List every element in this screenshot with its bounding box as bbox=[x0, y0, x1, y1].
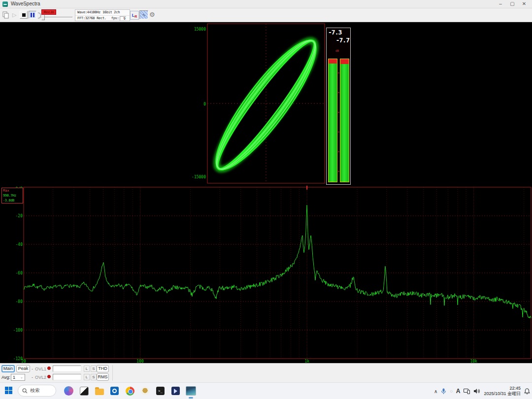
ovl2-label: OVL2 bbox=[35, 375, 46, 380]
svg-text:-60: -60 bbox=[16, 271, 23, 275]
file-explorer-icon[interactable] bbox=[93, 384, 106, 398]
l-button-1[interactable]: L bbox=[84, 366, 90, 372]
wave-format-text: Wave:44100Hz 16bit 2ch bbox=[75, 10, 130, 16]
meter-bar-left bbox=[328, 59, 337, 182]
start-button[interactable] bbox=[5, 387, 12, 394]
svg-text:-100: -100 bbox=[13, 328, 23, 332]
ovl1-label: OVL1 bbox=[35, 366, 46, 371]
maximize-button[interactable]: ▢ bbox=[506, 0, 518, 8]
svg-text:10k: 10k bbox=[470, 359, 477, 363]
l-button-2[interactable]: L bbox=[84, 374, 90, 380]
lissajous-scope: 15000 0 -15000 bbox=[0, 22, 532, 186]
rms-button[interactable]: RMS bbox=[97, 373, 109, 381]
display-device-icon[interactable] bbox=[464, 388, 470, 394]
s-button-2[interactable]: S bbox=[91, 374, 97, 380]
stop-icon bbox=[22, 13, 26, 17]
outlook-icon[interactable] bbox=[108, 384, 121, 398]
dash-separator: - bbox=[32, 366, 33, 371]
ime-indicator[interactable]: A bbox=[456, 388, 461, 395]
svg-text:100: 100 bbox=[136, 359, 144, 363]
input-level-slider-track[interactable] bbox=[41, 17, 73, 18]
spectrum-analyzer-area: 0dB-20-40-60-80-100-120201001k10k Max 99… bbox=[0, 186, 532, 363]
max-box-title: Max bbox=[3, 188, 23, 193]
main-tab-button[interactable]: Main bbox=[1, 365, 15, 372]
ovl1-led bbox=[47, 366, 51, 370]
ovl2-led bbox=[47, 375, 51, 378]
tray-chevron-up-icon[interactable]: ∧ bbox=[434, 389, 437, 394]
title-bar: WaveSpectra – ▢ ✕ bbox=[0, 0, 532, 8]
max-peak-level: -3.8dB bbox=[3, 198, 23, 203]
svg-text:-20: -20 bbox=[16, 214, 23, 218]
svg-text:-40: -40 bbox=[16, 242, 23, 247]
terminal-app-icon[interactable]: >_ bbox=[154, 384, 167, 398]
scope-label-top: 15000 bbox=[194, 27, 206, 32]
fps-label: fps: bbox=[111, 16, 119, 21]
fps-value: 9 bbox=[120, 16, 126, 21]
input-level-slider-thumb[interactable] bbox=[41, 15, 45, 20]
settings-wrench-icon[interactable]: ⚙ bbox=[149, 11, 155, 18]
search-icon bbox=[22, 388, 28, 394]
controlbar-divider bbox=[112, 365, 113, 381]
ovl2-display-field[interactable] bbox=[53, 374, 81, 380]
notification-bell-icon[interactable] bbox=[524, 388, 530, 395]
minimize-button[interactable]: – bbox=[495, 0, 506, 8]
ovl1-display-field[interactable] bbox=[53, 366, 81, 372]
search-placeholder: 検索 bbox=[30, 387, 40, 394]
window-title: WaveSpectra bbox=[11, 1, 40, 6]
rec-input-badge: Rec.In bbox=[41, 9, 56, 15]
wavespectra-logo-icon bbox=[2, 1, 8, 7]
peak-button[interactable]: Peak bbox=[16, 365, 30, 372]
avg-select[interactable]: 1 ⌄ bbox=[11, 374, 25, 381]
max-peak-info-box: Max 990.7Hz -3.8dB bbox=[1, 188, 23, 203]
clock-time: 22:45 bbox=[484, 386, 521, 391]
pause-icon bbox=[31, 13, 34, 17]
scope-label-mid: 0 bbox=[203, 102, 206, 106]
bw-app-icon[interactable] bbox=[77, 384, 91, 398]
svg-text:-80: -80 bbox=[16, 299, 23, 304]
microphone-icon[interactable] bbox=[441, 388, 446, 395]
media-app-icon[interactable] bbox=[169, 384, 182, 398]
lissajous-scope-area: 15000 0 -15000 -7.3 -7.7 dB bbox=[0, 22, 532, 186]
chevron-down-icon: ⌄ bbox=[20, 375, 25, 379]
close-button[interactable]: ✕ bbox=[518, 0, 530, 8]
scope-label-bottom: -15000 bbox=[192, 175, 206, 179]
meter-value-right: -7.7 bbox=[336, 36, 349, 44]
taskbar-clock[interactable]: 22:45 2025/10/31 金曜日 bbox=[484, 386, 521, 397]
avg-label: Avg: bbox=[1, 375, 10, 380]
meter-unit-label: dB bbox=[335, 49, 339, 52]
svg-text:20: 20 bbox=[21, 359, 26, 363]
toolbar: ▷ Rec.In Wave:44100Hz 16bit 2ch FFT:3276… bbox=[0, 8, 532, 22]
format-info-panel: Wave:44100Hz 16bit 2ch FFT:32768 Rect. f… bbox=[75, 9, 130, 21]
avg-value: 1 bbox=[11, 375, 20, 380]
wavespectra-taskbar-icon[interactable] bbox=[184, 384, 198, 398]
speaker-icon[interactable] bbox=[473, 388, 480, 394]
meter-value-left: -7.3 bbox=[328, 29, 341, 36]
active-app-indicator bbox=[189, 397, 193, 399]
dash-separator-2: - bbox=[32, 375, 33, 380]
bottom-control-bar: Main Peak - OVL1 L S THD Avg: 1 ⌄ - OVL2… bbox=[0, 363, 532, 382]
copilot-icon[interactable] bbox=[62, 384, 75, 398]
meter-scale-ticks bbox=[338, 59, 339, 182]
meter-bar-right bbox=[340, 59, 349, 182]
thd-button[interactable]: THD bbox=[97, 365, 109, 372]
display-mode-button[interactable]: ∿ bbox=[139, 10, 148, 19]
play-icon[interactable]: ▷ bbox=[12, 12, 16, 18]
taskbar-search-box[interactable]: 検索 bbox=[18, 385, 56, 397]
open-file-icon[interactable] bbox=[2, 11, 9, 19]
clock-date: 2025/10/31 金曜日 bbox=[484, 391, 521, 397]
gold-app-icon[interactable] bbox=[138, 384, 152, 398]
s-button-1[interactable]: S bbox=[91, 366, 97, 372]
lissajous-ellipse bbox=[202, 29, 330, 181]
lr-channel-button[interactable]: L R bbox=[130, 11, 139, 20]
windows-taskbar: 検索 >_ ∧ bbox=[0, 382, 532, 399]
max-peak-frequency: 990.7Hz bbox=[3, 193, 23, 198]
tray-app-icon[interactable]: ◌ bbox=[450, 389, 452, 394]
fft-format-text: FFT:32768 Rect. bbox=[77, 16, 106, 21]
stop-button[interactable] bbox=[20, 11, 28, 19]
svg-text:1k: 1k bbox=[304, 359, 309, 363]
display-mode-icon: ∿ bbox=[142, 13, 146, 17]
spectrum-plot: 0dB-20-40-60-80-100-120201001k10k bbox=[0, 186, 532, 363]
level-meter-panel: -7.3 -7.7 dB bbox=[326, 28, 351, 185]
chrome-icon[interactable] bbox=[123, 384, 136, 398]
